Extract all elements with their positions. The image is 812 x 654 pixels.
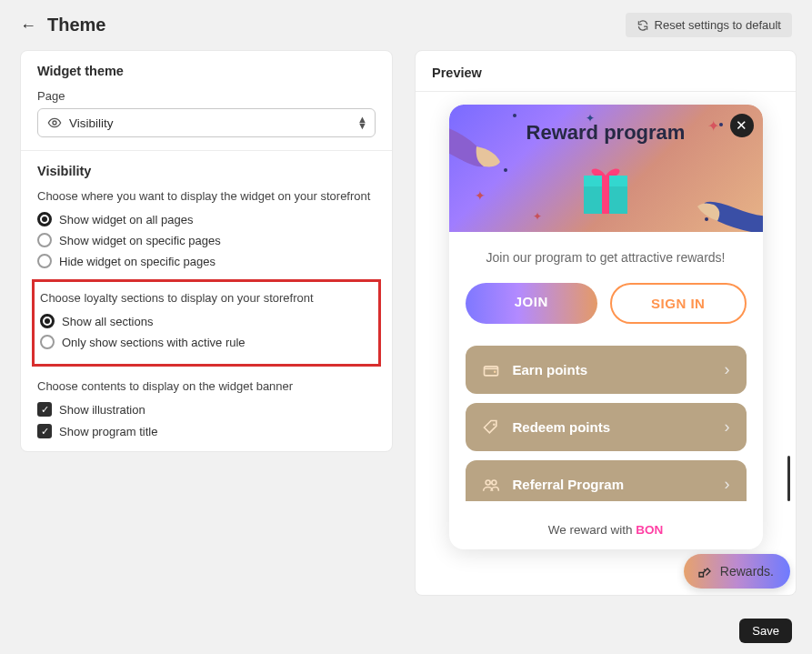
card-bottom-cutoff	[449, 501, 763, 516]
preview-header: Preview	[416, 51, 796, 92]
banner-helper: Choose contents to display on the widget…	[37, 379, 376, 393]
action-redeem-points[interactable]: Redeem points ›	[466, 403, 747, 451]
checkbox-label: Show illustration	[59, 403, 145, 417]
page-title: Theme	[47, 15, 105, 35]
page-select[interactable]: Visibility ▲▼	[37, 108, 376, 137]
chevron-right-icon: ›	[725, 418, 730, 437]
gift-icon	[573, 156, 638, 225]
widget-footer: We reward with BON	[449, 516, 763, 549]
radio-label: Hide widget on specific pages	[59, 255, 216, 268]
preview-panel: Preview ✦ ✦ ✦ ✦	[415, 50, 797, 596]
floating-rewards-button[interactable]: Rewards.	[684, 554, 790, 589]
checkbox-show-illustration[interactable]: ✓ Show illustration	[37, 402, 376, 417]
radio-active-rule-only[interactable]: Only show sections with active rule	[40, 335, 373, 349]
section-visibility: Visibility Choose where you want to disp…	[21, 151, 392, 451]
radio-dot-icon	[40, 314, 55, 328]
display-radio-group: Show widget on all pages Show widget on …	[37, 212, 376, 268]
section-widget-theme: Widget theme Page Visibility ▲▼	[21, 51, 392, 151]
page-label: Page	[37, 89, 376, 103]
svg-point-6	[493, 423, 496, 426]
preview-scrollbar[interactable]	[787, 456, 790, 501]
radio-dot-icon	[40, 335, 55, 349]
close-icon: ✕	[736, 117, 747, 134]
radio-label: Show all sections	[62, 315, 153, 328]
footer-prefix: We reward with	[548, 523, 637, 537]
save-label: Save	[752, 624, 779, 638]
radio-dot-icon	[37, 212, 52, 226]
join-label: JOIN	[515, 294, 548, 309]
widget-card: ✦ ✦ ✦ ✦	[449, 105, 763, 549]
settings-panel: Widget theme Page Visibility ▲▼ Visibili…	[20, 50, 393, 452]
radio-dot-icon	[37, 254, 52, 268]
tag-icon	[482, 418, 500, 437]
svg-rect-4	[484, 366, 497, 375]
widget-hero: ✦ ✦ ✦ ✦	[449, 105, 763, 232]
page-header: ← Theme Reset settings to default	[0, 0, 812, 50]
svg-point-5	[493, 370, 496, 373]
refresh-icon	[637, 19, 649, 32]
updown-icon: ▲▼	[357, 116, 367, 128]
chevron-right-icon: ›	[725, 360, 730, 379]
highlighted-sections-box: Choose loyalty sections to display on yo…	[32, 279, 381, 367]
star-icon: ✦	[533, 210, 542, 223]
widget-subtitle: Join our program to get attractive rewar…	[466, 250, 747, 265]
radio-label: Show widget on all pages	[59, 213, 193, 226]
checkbox-label: Show program title	[59, 425, 157, 438]
action-label: Earn points	[513, 362, 712, 377]
svg-point-7	[486, 480, 490, 485]
checkbox-checked-icon: ✓	[37, 402, 52, 417]
radio-hide-specific-pages[interactable]: Hide widget on specific pages	[37, 254, 376, 268]
title-wrap: ← Theme	[20, 15, 105, 35]
signin-label: SIGN IN	[651, 296, 705, 311]
action-list: Earn points › Redeem points › Referral P…	[466, 346, 747, 503]
radio-show-specific-pages[interactable]: Show widget on specific pages	[37, 233, 376, 247]
reset-label: Reset settings to default	[655, 18, 781, 32]
sections-helper: Choose loyalty sections to display on yo…	[40, 291, 373, 305]
wallet-icon	[482, 361, 500, 379]
gift-hand-icon	[697, 563, 713, 579]
radio-label: Only show sections with active rule	[62, 336, 246, 349]
star-icon: ✦	[475, 188, 486, 203]
checkbox-show-program-title[interactable]: ✓ Show program title	[37, 424, 376, 438]
hand-right-icon	[681, 181, 763, 232]
visibility-helper: Choose where you want to display the wid…	[37, 189, 376, 203]
radio-show-all-sections[interactable]: Show all sections	[40, 314, 373, 328]
page-select-value: Visibility	[69, 116, 114, 130]
checkbox-checked-icon: ✓	[37, 424, 52, 438]
join-button[interactable]: JOIN	[466, 283, 598, 324]
svg-point-0	[53, 121, 56, 125]
back-arrow-icon[interactable]: ←	[20, 17, 36, 34]
confetti-icon	[513, 114, 516, 117]
people-icon	[482, 476, 500, 494]
hero-title: Reward program	[449, 121, 763, 145]
signin-button[interactable]: SIGN IN	[610, 283, 747, 324]
sections-radio-group: Show all sections Only show sections wit…	[40, 314, 373, 349]
action-referral-program[interactable]: Referral Program ›	[466, 460, 747, 503]
svg-rect-3	[602, 176, 609, 214]
section-title-widget-theme: Widget theme	[37, 64, 376, 78]
eye-icon	[47, 116, 62, 130]
radio-show-all-pages[interactable]: Show widget on all pages	[37, 212, 376, 226]
radio-dot-icon	[37, 233, 52, 247]
action-label: Referral Program	[513, 477, 712, 492]
reset-settings-button[interactable]: Reset settings to default	[626, 13, 792, 37]
close-widget-button[interactable]: ✕	[730, 114, 754, 137]
action-label: Redeem points	[513, 419, 712, 435]
widget-body: Join our program to get attractive rewar…	[449, 232, 763, 512]
preview-area: ✦ ✦ ✦ ✦	[416, 92, 796, 594]
footer-brand: BON	[636, 523, 663, 537]
auth-buttons: JOIN SIGN IN	[466, 283, 747, 324]
chevron-right-icon: ›	[725, 475, 730, 494]
save-button[interactable]: Save	[739, 619, 792, 643]
banner-checkbox-group: ✓ Show illustration ✓ Show program title	[37, 402, 376, 438]
radio-label: Show widget on specific pages	[59, 234, 221, 247]
section-title-visibility: Visibility	[37, 164, 376, 178]
svg-point-8	[491, 480, 496, 485]
floating-rewards-label: Rewards.	[720, 564, 774, 579]
action-earn-points[interactable]: Earn points ›	[466, 346, 747, 394]
